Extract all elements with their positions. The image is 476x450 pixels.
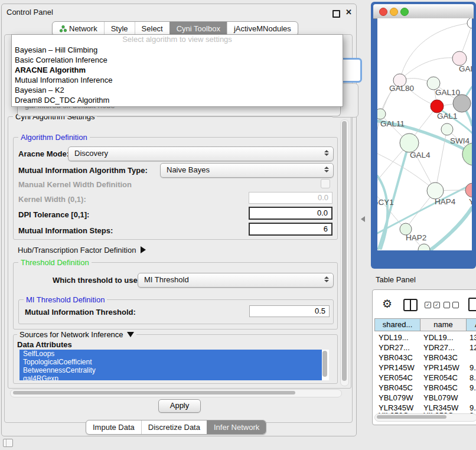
network-node-label: HAP2 [406, 233, 426, 242]
cell-shared-name: YER054C [379, 373, 413, 382]
mi-steps-field[interactable]: 6 [249, 223, 332, 236]
network-node-gal1[interactable] [431, 100, 444, 113]
cell-value: 9. [470, 383, 476, 392]
cell-name: YDR27... [423, 343, 455, 352]
network-node[interactable] [462, 143, 472, 165]
algorithm-item-basic-correlation[interactable]: Basic Correlation Inference [12, 55, 343, 65]
aracne-mode-combo[interactable]: Discovery [68, 146, 334, 161]
tab-discretize-data[interactable]: Discretize Data [141, 420, 207, 434]
network-node[interactable] [452, 51, 467, 66]
zoom-traffic-light[interactable] [400, 8, 409, 16]
network-node-label: SWI4 [450, 136, 470, 145]
mi-algorithm-type-label: Mutual Information Algorithm Type: [18, 166, 148, 175]
attributes-list-scrollbar[interactable] [322, 351, 327, 377]
mi-algorithm-type-combo[interactable]: Naive Bayes [160, 163, 334, 178]
column-header-shared-name[interactable]: shared... [374, 318, 420, 331]
minimize-traffic-light[interactable] [390, 8, 398, 16]
network-node-gal4[interactable] [400, 133, 419, 152]
dpi-tolerance-field[interactable]: 0.0 [249, 207, 332, 220]
cell-shared-name: YBL079W [379, 393, 413, 402]
network-node-label: GAL1 [437, 112, 458, 120]
tab-jactivemnodules[interactable]: jActiveMNodules [227, 22, 298, 35]
which-threshold-value: MI Threshold [138, 273, 333, 286]
network-node[interactable] [453, 94, 471, 112]
algorithm-definition-group: Algorithm Definition Aracne Mode: Discov… [13, 137, 338, 240]
algorithm-definition-title: Algorithm Definition [18, 133, 90, 142]
cell-value: 9. [470, 363, 476, 372]
algorithm-item-bayesian-hill-climbing[interactable]: Bayesian – Hill Climbing [12, 45, 343, 55]
deselect-all-checkboxes-icon[interactable] [444, 302, 459, 308]
algorithm-item-bayesian-k2[interactable]: Bayesian – K2 [12, 85, 343, 95]
network-node[interactable] [441, 123, 453, 135]
network-node[interactable] [465, 183, 472, 197]
sources-collapse-header[interactable]: Sources for Network Inference [17, 330, 136, 339]
network-node[interactable] [377, 109, 386, 119]
gear-icon[interactable]: ⚙ [382, 298, 392, 309]
settings-vertical-scrollbar[interactable] [340, 119, 349, 386]
checked-box-icon: ✓ [425, 302, 431, 308]
collapsed-panel-icon[interactable] [3, 439, 13, 447]
network-node-hap4[interactable] [427, 182, 444, 199]
manual-kernel-width-label: Manual Kernel Width Definition [18, 180, 132, 189]
tab-network-label: Network [69, 22, 97, 35]
network-nodes[interactable] [377, 18, 472, 250]
checked-box-icon: ✓ [433, 302, 440, 308]
mi-threshold-definition-title: MI Threshold Definition [24, 295, 107, 304]
network-node-label: GAL [459, 64, 472, 73]
mi-threshold-field[interactable]: 0.5 [249, 305, 330, 317]
tab-cyni-toolbox[interactable]: Cyni Toolbox [169, 22, 227, 35]
manual-kernel-width-checkbox[interactable] [321, 179, 330, 188]
network-node[interactable] [467, 18, 472, 28]
table-function-icon[interactable] [468, 298, 476, 311]
column-header-partial[interactable]: A [466, 318, 476, 331]
algorithm-item-mutual-information[interactable]: Mutual Information Inference [12, 75, 343, 85]
settings-horizontal-scrollbar[interactable] [10, 389, 342, 397]
cell-name: YBR045C [423, 383, 458, 392]
tab-style[interactable]: Style [104, 22, 135, 35]
combo-stepper-icon [324, 150, 329, 156]
mi-algorithm-type-value: Naive Bayes [161, 164, 333, 176]
list-item-topologicalcoefficient[interactable]: TopologicalCoefficient [19, 358, 322, 366]
table-horizontal-scrollbar[interactable] [374, 413, 476, 422]
hub-factor-expander[interactable]: Hub/Transcription Factor Definition [18, 246, 146, 255]
column-layout-icon[interactable] [403, 299, 418, 311]
which-threshold-combo[interactable]: MI Threshold [138, 273, 334, 288]
tab-network[interactable]: Network [53, 22, 104, 35]
mi-threshold-definition-group: MI Threshold Definition Mutual Informati… [18, 299, 334, 324]
combo-stepper-icon [324, 167, 329, 172]
close-icon[interactable]: ✕ [345, 8, 352, 17]
algorithm-item-dream8[interactable]: Dream8 DC_TDC Algorithm [12, 95, 343, 105]
cell-shared-name: YBR043C [379, 353, 413, 362]
algorithm-item-aracne[interactable]: ARACNE Algorithm [12, 65, 343, 75]
network-canvas[interactable]: GAL GAL80 GAL10 GAL1 GAL11 SWI4 GAL4 GCY… [377, 18, 472, 250]
tab-jactivemnodules-label: jActiveMNodules [234, 22, 291, 35]
expand-right-icon [141, 246, 146, 253]
close-traffic-light[interactable] [379, 8, 387, 16]
tab-select[interactable]: Select [135, 22, 169, 35]
tab-infer-network[interactable]: Infer Network [207, 420, 266, 434]
float-panel-icon[interactable] [332, 10, 340, 18]
combo-stepper-icon [324, 276, 329, 282]
settings-vertical-scrollbar-thumb[interactable] [342, 121, 347, 381]
data-attributes-list: SelfLoops TopologicalCoefficient Between… [19, 350, 329, 380]
list-item-gal4rgexp[interactable]: gal4RGexp [19, 374, 322, 380]
which-threshold-label: Which threshold to use: [53, 276, 140, 285]
settings-horizontal-scrollbar-thumb[interactable] [13, 391, 295, 394]
column-header-name[interactable]: name [420, 318, 467, 331]
kernel-width-field[interactable]: 0.0 [249, 192, 332, 204]
network-node-label: GAL11 [380, 119, 405, 128]
cell-value: 13 [470, 333, 476, 342]
network-node-label: GAL80 [389, 84, 414, 93]
apply-button[interactable]: Apply [158, 399, 201, 413]
tab-impute-data[interactable]: Impute Data [86, 420, 141, 434]
list-item-selfloops[interactable]: SelfLoops [19, 350, 322, 358]
table-horizontal-scrollbar-thumb[interactable] [377, 415, 446, 419]
network-graph[interactable]: GAL GAL80 GAL10 GAL1 GAL11 SWI4 GAL4 GCY… [377, 18, 472, 250]
select-all-checkboxes-icon[interactable]: ✓ ✓ [425, 302, 440, 308]
algorithm-popup: Select algorithm to view settings Bayesi… [11, 34, 343, 107]
splitpane-collapse-icon[interactable] [361, 216, 365, 222]
list-item-betweennesscentrality[interactable]: BetweennessCentrality [19, 366, 322, 374]
network-window-titlebar[interactable] [373, 4, 474, 19]
network-view-window: GAL GAL80 GAL10 GAL1 GAL11 SWI4 GAL4 GCY… [371, 2, 476, 269]
cell-shared-name: YDL19... [379, 333, 409, 342]
